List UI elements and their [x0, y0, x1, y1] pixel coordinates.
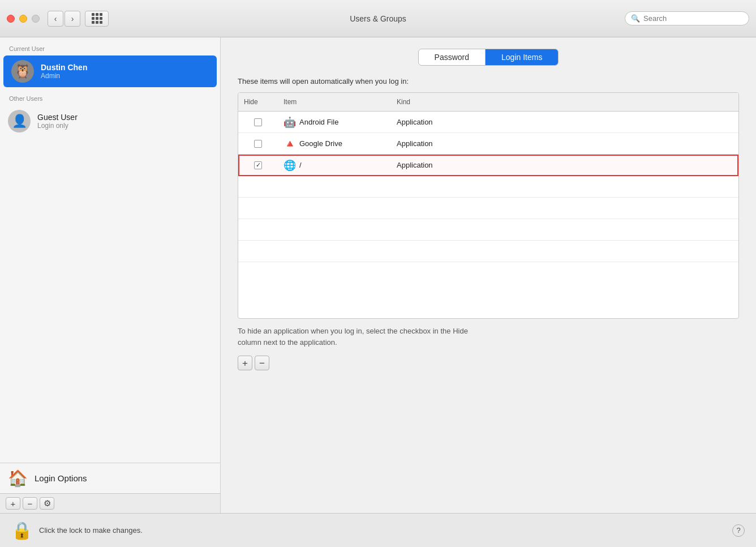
other-users-section-label: Other Users: [0, 87, 220, 105]
back-button[interactable]: ‹: [48, 11, 63, 27]
add-item-icon: +: [242, 358, 248, 368]
sidebar: Current User 🦉 Dustin Chen Admin Other U…: [0, 37, 221, 513]
close-button[interactable]: [7, 15, 15, 23]
login-items-table: Hide Item Kind 🤖 Android File Applicatio…: [238, 92, 739, 319]
add-user-button[interactable]: +: [6, 497, 20, 510]
add-item-button[interactable]: +: [238, 356, 252, 370]
empty-row: [238, 176, 738, 198]
kind-cell-android: Application: [391, 114, 738, 130]
current-user-info: Dustin Chen Admin: [41, 63, 87, 80]
current-user-role: Admin: [41, 72, 87, 80]
col-kind: Kind: [391, 96, 738, 108]
hint-text: To hide an application when you log in, …: [238, 326, 605, 348]
table-row[interactable]: 🤖 Android File Application: [238, 112, 738, 133]
lock-button[interactable]: 🔒 Click the lock to make changes.: [11, 520, 143, 540]
search-icon: 🔍: [631, 14, 640, 23]
empty-row: [238, 198, 738, 219]
item-name-android: Android File: [299, 118, 338, 126]
remove-user-button[interactable]: −: [23, 497, 37, 510]
table-header: Hide Item Kind: [238, 93, 738, 112]
back-icon: ‹: [54, 14, 57, 23]
tab-password[interactable]: Password: [419, 49, 486, 65]
login-options-label: Login Options: [35, 473, 87, 483]
col-hide: Hide: [238, 96, 278, 108]
hide-checkbox-drive[interactable]: [254, 140, 262, 148]
guest-user-info: Guest User Login only: [37, 113, 78, 130]
guest-user-role: Login only: [37, 122, 78, 130]
avatar-icon: 🦉: [14, 63, 31, 79]
table-row[interactable]: 🔺 Google Drive Application: [238, 133, 738, 155]
lock-icon: 🔒: [11, 520, 32, 540]
help-icon: ?: [736, 526, 740, 535]
forward-icon: ›: [71, 14, 74, 23]
sidebar-toolbar: + − ⚙: [0, 493, 220, 513]
checkmark-icon: ✓: [256, 161, 261, 169]
empty-row: [238, 241, 738, 262]
guest-avatar: 👤: [8, 110, 31, 133]
statusbar: 🔒 Click the lock to make changes. ?: [0, 513, 756, 547]
grid-icon: [92, 13, 102, 24]
remove-item-button[interactable]: −: [255, 356, 269, 370]
avatar: 🦉: [11, 60, 34, 83]
current-user-section-label: Current User: [0, 37, 220, 55]
hide-cell[interactable]: [238, 115, 278, 130]
empty-row: [238, 262, 738, 284]
minimize-button[interactable]: [19, 15, 27, 23]
house-icon: 🏠: [8, 469, 28, 488]
current-user-name: Dustin Chen: [41, 63, 87, 72]
main-content: Current User 🦉 Dustin Chen Admin Other U…: [0, 37, 756, 513]
item-cell-slash: 🌐 /: [278, 156, 391, 175]
gear-button[interactable]: ⚙: [40, 497, 54, 510]
window-title: Users & Groups: [350, 14, 406, 23]
search-input[interactable]: [643, 14, 743, 23]
login-options-item[interactable]: 🏠 Login Options: [0, 463, 220, 493]
guest-user-icon: 👤: [12, 114, 27, 129]
globe-icon: 🌐: [284, 159, 296, 172]
empty-row: [238, 219, 738, 241]
search-box[interactable]: 🔍: [625, 11, 749, 25]
item-name-drive: Google Drive: [299, 139, 342, 148]
hide-checkbox-slash[interactable]: ✓: [254, 161, 262, 169]
remove-item-icon: −: [259, 358, 265, 368]
tab-row: Password Login Items: [238, 49, 739, 66]
hide-checkbox-android[interactable]: [254, 118, 262, 126]
table-row-selected[interactable]: ✓ 🌐 / Application: [238, 155, 738, 176]
item-name-slash: /: [299, 161, 302, 169]
maximize-button[interactable]: [32, 15, 40, 23]
tab-login-items[interactable]: Login Items: [486, 49, 558, 65]
right-panel: Password Login Items These items will op…: [221, 37, 756, 513]
kind-cell-drive: Application: [391, 136, 738, 151]
android-icon: 🤖: [284, 116, 296, 129]
remove-icon: −: [28, 499, 33, 508]
item-cell-android: 🤖 Android File: [278, 113, 391, 132]
guest-user-item[interactable]: 👤 Guest User Login only: [0, 105, 220, 137]
guest-user-name: Guest User: [37, 113, 78, 122]
forward-button[interactable]: ›: [65, 11, 80, 27]
kind-cell-slash: Application: [391, 157, 738, 173]
col-item: Item: [278, 96, 391, 108]
titlebar: ‹ › Users & Groups 🔍: [0, 0, 756, 37]
sidebar-scroll: Current User 🦉 Dustin Chen Admin Other U…: [0, 37, 220, 463]
lock-text: Click the lock to make changes.: [39, 526, 143, 535]
traffic-lights: [7, 15, 40, 23]
nav-buttons: ‹ ›: [48, 11, 80, 27]
hide-cell-selected[interactable]: ✓: [238, 158, 278, 173]
description-text: These items will open automatically when…: [238, 77, 739, 86]
tab-group: Password Login Items: [418, 49, 559, 66]
current-user-item[interactable]: 🦉 Dustin Chen Admin: [3, 55, 217, 87]
google-drive-icon: 🔺: [284, 138, 296, 150]
add-icon: +: [11, 499, 16, 508]
sidebar-bottom: 🏠 Login Options + − ⚙: [0, 463, 220, 513]
grid-view-button[interactable]: [85, 11, 109, 27]
hide-cell[interactable]: [238, 136, 278, 151]
item-cell-drive: 🔺 Google Drive: [278, 134, 391, 153]
gear-icon: ⚙: [44, 498, 51, 508]
help-button[interactable]: ?: [732, 524, 745, 537]
bottom-buttons: + −: [238, 356, 739, 370]
